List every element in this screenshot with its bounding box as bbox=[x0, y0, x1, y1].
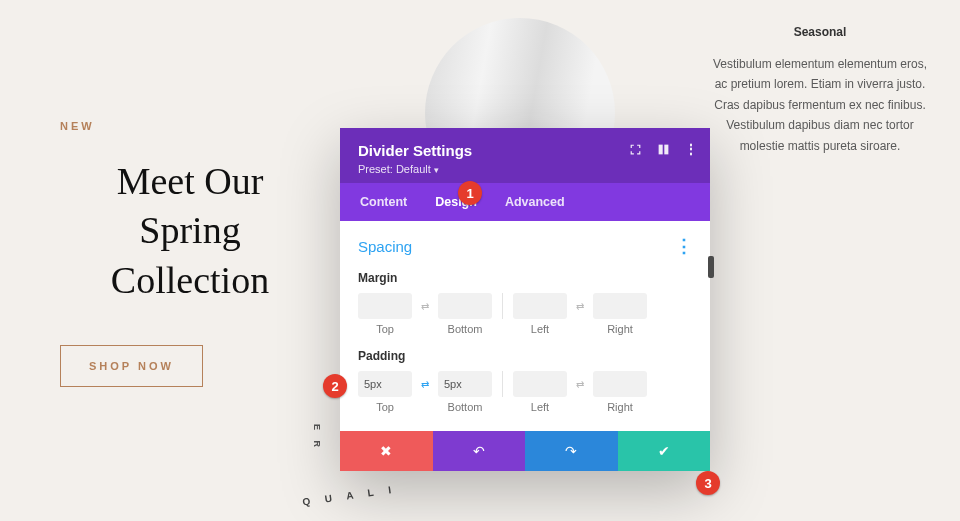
kebab-menu-icon[interactable]: ⋮ bbox=[684, 142, 698, 156]
preset-label: Preset: Default bbox=[358, 163, 431, 175]
padding-bottom-input[interactable] bbox=[438, 371, 492, 397]
sublabel-left: Left bbox=[513, 323, 567, 335]
chevron-down-icon: ▾ bbox=[434, 165, 439, 175]
sublabel-top: Top bbox=[358, 401, 412, 413]
sublabel-bottom: Bottom bbox=[438, 401, 492, 413]
hero-heading-line3: Collection bbox=[111, 259, 269, 301]
seasonal-title: Seasonal bbox=[710, 25, 930, 39]
responsive-handle[interactable] bbox=[708, 256, 714, 278]
padding-sublabels: Top Bottom Left Right bbox=[358, 401, 692, 413]
confirm-button[interactable]: ✔ bbox=[618, 431, 711, 471]
new-badge: NEW bbox=[60, 120, 320, 132]
cancel-button[interactable]: ✖ bbox=[340, 431, 433, 471]
margin-sublabels: Top Bottom Left Right bbox=[358, 323, 692, 335]
link-values-icon[interactable]: ⇄ bbox=[571, 301, 589, 312]
seasonal-block: Seasonal Vestibulum elementum elementum … bbox=[710, 25, 930, 156]
divider bbox=[502, 371, 503, 397]
redo-icon: ↷ bbox=[565, 443, 577, 459]
annotation-badge-1: 1 bbox=[458, 181, 482, 205]
divider-settings-modal: Divider Settings Preset: Default ▾ ⋮ Con… bbox=[340, 128, 710, 471]
shop-now-button[interactable]: SHOP NOW bbox=[60, 345, 203, 387]
margin-left-input[interactable] bbox=[513, 293, 567, 319]
padding-label: Padding bbox=[358, 349, 692, 363]
margin-row: ⇄ ⇄ bbox=[358, 293, 692, 319]
link-values-icon[interactable]: ⇄ bbox=[571, 379, 589, 390]
sublabel-right: Right bbox=[593, 323, 647, 335]
section-title[interactable]: Spacing bbox=[358, 238, 412, 255]
sublabel-top: Top bbox=[358, 323, 412, 335]
modal-body: Spacing ⋮ Margin ⇄ ⇄ Top Bottom bbox=[340, 221, 710, 431]
link-values-icon[interactable]: ⇄ bbox=[416, 379, 434, 390]
sublabel-left: Left bbox=[513, 401, 567, 413]
close-icon: ✖ bbox=[380, 443, 392, 459]
annotation-badge-3: 3 bbox=[696, 471, 720, 495]
watermark-bottom: Q U A L I bbox=[302, 483, 398, 507]
expand-icon[interactable] bbox=[628, 142, 642, 156]
redo-button[interactable]: ↷ bbox=[525, 431, 618, 471]
tab-advanced[interactable]: Advanced bbox=[491, 183, 579, 221]
section-menu-icon[interactable]: ⋮ bbox=[675, 235, 692, 257]
undo-icon: ↶ bbox=[473, 443, 485, 459]
sublabel-right: Right bbox=[593, 401, 647, 413]
hero-heading-line1: Meet Our bbox=[117, 160, 264, 202]
sublabel-bottom: Bottom bbox=[438, 323, 492, 335]
margin-right-input[interactable] bbox=[593, 293, 647, 319]
annotation-badge-2: 2 bbox=[323, 374, 347, 398]
hero-left: NEW Meet Our Spring Collection SHOP NOW bbox=[60, 120, 320, 387]
hero-heading-line2: Spring bbox=[139, 209, 240, 251]
preset-dropdown[interactable]: Preset: Default ▾ bbox=[358, 163, 694, 175]
modal-footer: ✖ ↶ ↷ ✔ bbox=[340, 431, 710, 471]
tab-content[interactable]: Content bbox=[346, 183, 421, 221]
check-icon: ✔ bbox=[658, 443, 670, 459]
watermark-side: E R bbox=[312, 424, 322, 451]
padding-row: ⇄ ⇄ bbox=[358, 371, 692, 397]
padding-left-input[interactable] bbox=[513, 371, 567, 397]
padding-top-input[interactable] bbox=[358, 371, 412, 397]
undo-button[interactable]: ↶ bbox=[433, 431, 526, 471]
padding-right-input[interactable] bbox=[593, 371, 647, 397]
modal-tabs: Content Design Advanced bbox=[340, 183, 710, 221]
hero-heading: Meet Our Spring Collection bbox=[60, 157, 320, 305]
section-header: Spacing ⋮ bbox=[358, 235, 692, 257]
margin-top-input[interactable] bbox=[358, 293, 412, 319]
svg-rect-0 bbox=[658, 144, 662, 154]
svg-rect-1 bbox=[664, 144, 668, 154]
margin-label: Margin bbox=[358, 271, 692, 285]
modal-header: Divider Settings Preset: Default ▾ ⋮ bbox=[340, 128, 710, 183]
link-values-icon[interactable]: ⇄ bbox=[416, 301, 434, 312]
seasonal-body: Vestibulum elementum elementum eros, ac … bbox=[710, 54, 930, 156]
margin-bottom-input[interactable] bbox=[438, 293, 492, 319]
modal-header-actions: ⋮ bbox=[628, 142, 698, 156]
divider bbox=[502, 293, 503, 319]
columns-icon[interactable] bbox=[656, 142, 670, 156]
